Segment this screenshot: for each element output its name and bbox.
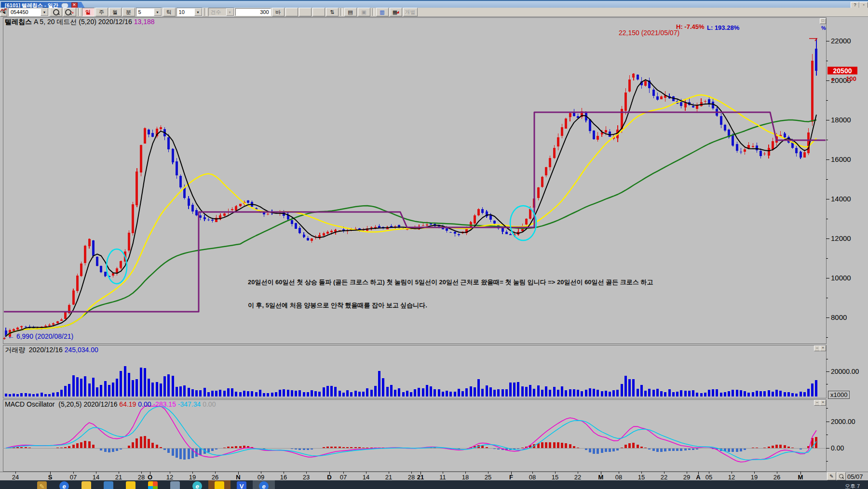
macd-line — [6, 406, 816, 462]
svg-text:29: 29 — [683, 474, 690, 481]
highlight-ellipse — [107, 249, 127, 284]
svg-text:21: 21 — [417, 474, 424, 481]
svg-text:A: A — [696, 474, 701, 481]
folder-icon — [81, 481, 91, 489]
volume-unit-label: x1000 — [828, 391, 850, 399]
sticky-notes-icon — [126, 481, 136, 489]
draw-tool-button[interactable]: ✎ — [827, 472, 836, 480]
chevron-down-icon[interactable]: ▼ — [41, 8, 48, 16]
high-price-note: 22,150 (2021/05/07) — [619, 29, 679, 37]
svg-text:07: 07 — [340, 474, 347, 481]
period-week-button[interactable]: 주 — [95, 8, 108, 16]
bar-chart-type-button[interactable] — [312, 8, 325, 16]
bar-unit-button[interactable]: 바 — [272, 8, 285, 16]
period-minute-button[interactable]: 분 — [122, 8, 135, 16]
search-jump-button[interactable]: ↘ — [63, 8, 76, 16]
mini-chart-button[interactable]: ▥ — [376, 8, 389, 16]
minute-combo[interactable]: 5 ▼ — [136, 8, 162, 16]
link-icon[interactable] — [61, 3, 68, 8]
zoom-tool-button[interactable] — [837, 472, 846, 480]
pane-border — [3, 17, 826, 344]
taskbar-icon-hwp[interactable]: ✎ — [31, 480, 53, 489]
pct-from-high-label: H: -7.45% — [676, 23, 705, 30]
percent-scale-toggle[interactable]: % — [821, 25, 826, 31]
minute-value: 5 — [136, 9, 154, 15]
macd-label: MACD Oscillator — [5, 400, 54, 408]
taskbar-icon-edge[interactable]: e — [186, 480, 208, 489]
internet-explorer-icon: e — [59, 481, 69, 489]
svg-text:14000: 14000 — [831, 195, 851, 203]
svg-text:8000: 8000 — [831, 313, 847, 321]
individual-button: 개별 — [403, 8, 418, 16]
volume-date: 2020/12/16 — [29, 346, 63, 354]
annotation-line-1: 20일선이 60일선 첫 상승 돌파 (골든 크로스 하고) 첫 눌림이 5일선… — [248, 278, 653, 287]
application-window: 2200020000180001600014000120001000080002… — [0, 0, 868, 489]
svg-text:26: 26 — [773, 474, 780, 481]
taskbar-clock: 오후 7 — [845, 483, 860, 489]
candlesticks — [5, 38, 818, 338]
pct-from-low-label: L: 193.28% — [707, 24, 739, 31]
macd-params: (5,20,5) — [58, 400, 81, 408]
microsoft-store-icon — [148, 481, 158, 489]
search-icon — [839, 474, 843, 478]
time-axis: 24S07142128O121926N091623D07142128211118… — [12, 472, 803, 481]
taskbar-icon-kakaotalk[interactable] — [208, 480, 231, 489]
annotation-line-2: 이 후, 5일선에 처음 양봉으로 안착 했을때를 잡아 보고 싶습니다. — [248, 301, 427, 310]
taskbar-icon-folder[interactable] — [75, 480, 97, 489]
separator — [204, 8, 206, 16]
taskbar-icon-microsoft-store[interactable] — [142, 480, 164, 489]
sort-updown-button[interactable]: ⇅ — [326, 8, 339, 16]
svg-text:18: 18 — [462, 474, 469, 481]
volume-value: 245,034.00 — [65, 346, 98, 354]
dot-chart-type-button[interactable] — [299, 8, 312, 16]
svg-text:15: 15 — [638, 474, 645, 481]
macd-pane-close-button[interactable]: × — [820, 400, 826, 406]
chevron-down-icon[interactable]: ▼ — [154, 8, 162, 16]
taskbar-icon-internet-explorer-2[interactable]: e — [253, 480, 275, 489]
taskbar-icon-internet-explorer[interactable]: e — [53, 480, 75, 489]
svg-text:10000: 10000 — [831, 274, 851, 282]
period-month-button[interactable]: 월 — [109, 8, 122, 16]
svg-text:16000: 16000 — [831, 155, 851, 163]
period-day-button[interactable]: 일 — [82, 8, 95, 16]
svg-text:0.00: 0.00 — [831, 444, 844, 452]
v3-icon: V — [237, 481, 246, 489]
macd-line-value: -283.15 — [153, 400, 176, 408]
toolbar: ◀ 054450 ▼ ↘ 일 주 월 분 5 ▼ 틱 10 ▼ 건수 ▼ 300… — [0, 8, 868, 17]
svg-text:11: 11 — [439, 474, 446, 481]
line-chart-type-button[interactable] — [285, 8, 298, 16]
search-icon — [65, 9, 71, 15]
svg-text:F: F — [509, 474, 513, 481]
bar-chart-icon — [0, 8, 7, 13]
new-page-button[interactable]: ▤ — [344, 8, 357, 16]
search-button[interactable] — [50, 8, 62, 16]
taskbar-icon-v3[interactable]: V — [231, 480, 253, 489]
taskbar-icon-calculator[interactable] — [164, 480, 186, 489]
macd-base-value: 0.00 — [203, 400, 216, 408]
tick-combo[interactable]: 10 ▼ — [176, 8, 203, 16]
main-pane-restore-button[interactable]: □ — [820, 18, 826, 24]
stock-code-combo[interactable]: 054450 ▼ — [8, 8, 49, 16]
svg-text:O: O — [148, 474, 152, 481]
period-tick-button[interactable]: 틱 — [163, 8, 176, 16]
svg-text:14: 14 — [363, 474, 369, 481]
stock-code-value: 054450 — [9, 9, 41, 15]
grid-button[interactable]: ▦◢ — [390, 8, 402, 16]
svg-text:07: 07 — [70, 474, 77, 481]
chevron-down-icon[interactable]: ▼ — [194, 8, 202, 16]
internet-explorer-2-icon: e — [259, 481, 269, 489]
separator — [78, 8, 80, 16]
chart-canvas[interactable]: 2200020000180001600014000120001000080002… — [0, 0, 868, 489]
bar-count-input[interactable]: 300 — [235, 8, 271, 16]
svg-text:28: 28 — [138, 474, 145, 481]
edge-icon: e — [192, 481, 202, 489]
svg-text:▲: ▲ — [830, 77, 835, 81]
volume-label: 거래량 — [5, 346, 25, 354]
macd-pane-header: MACD Oscillator (5,20,5) 2020/12/16 64.1… — [5, 400, 216, 408]
taskbar-icon-photo-viewer[interactable] — [97, 480, 120, 489]
svg-text:16: 16 — [280, 474, 287, 481]
high-marker — [809, 39, 817, 41]
crosshair-date: 2020/12/16 — [98, 18, 132, 26]
taskbar-icon-sticky-notes[interactable] — [120, 480, 142, 489]
volume-pane-close-button[interactable]: × — [820, 345, 826, 351]
